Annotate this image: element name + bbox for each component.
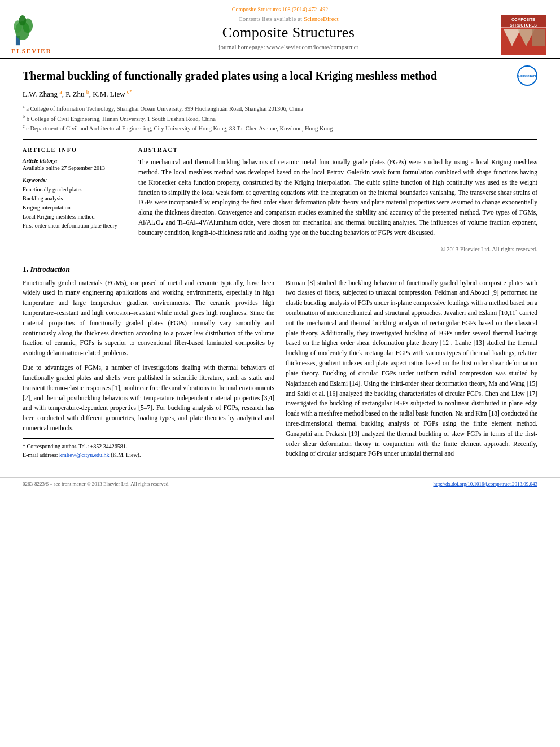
article-title-block: CrossMark Thermal buckling of functional…	[23, 68, 537, 83]
journal-homepage: journal homepage: www.elsevier.com/locat…	[90, 43, 487, 50]
article-info-heading: ARTICLE INFO	[23, 147, 127, 153]
footnote-area: * Corresponding author. Tel.: +852 34426…	[23, 438, 274, 459]
composite-logo-svg: COMPOSITE STRUCTURES	[501, 15, 546, 55]
section-title-text: Introduction	[30, 265, 71, 273]
elsevier-tree-icon	[11, 15, 56, 46]
article-info-column: ARTICLE INFO Article history: Available …	[23, 147, 127, 252]
journal-center: Contents lists available at ScienceDirec…	[79, 15, 498, 50]
sciencedirect-link[interactable]: ScienceDirect	[304, 15, 339, 22]
authors-line: L.W. Zhang a, P. Zhu b, K.M. Liew c*	[23, 89, 537, 99]
sciencedirect-line: Contents lists available at ScienceDirec…	[90, 15, 487, 22]
doi-link[interactable]: http://dx.doi.org/10.1016/j.compstruct.2…	[433, 481, 537, 487]
crossmark-icon: CrossMark	[517, 65, 537, 86]
section-number: 1.	[23, 265, 28, 273]
svg-marker-11	[532, 29, 545, 46]
affiliations: a a College of Information Technology, S…	[23, 103, 537, 133]
available-online: Available online 27 September 2013	[23, 165, 127, 171]
intro-para-2: Due to advantages of FGMs, a number of i…	[23, 363, 274, 434]
email-link[interactable]: kmliew@cityu.edu.hk	[59, 452, 110, 458]
elsevier-wordmark: ELSEVIER	[11, 47, 52, 54]
body-col-left: Functionally graded materials (FGMs), co…	[23, 278, 274, 464]
info-abstract-section: ARTICLE INFO Article history: Available …	[23, 139, 537, 252]
journal-header: Composite Structures 108 (2014) 472–492 …	[0, 0, 560, 59]
keyword-4: Local Kriging meshless method	[23, 212, 127, 221]
journal-ref: Composite Structures 108 (2014) 472–492	[11, 5, 549, 15]
intro-para-1: Functionally graded materials (FGMs), co…	[23, 278, 274, 359]
svg-text:COMPOSITE: COMPOSITE	[511, 18, 535, 21]
journal-top-bar: ELSEVIER Contents lists available at Sci…	[11, 15, 549, 58]
crossmark-badge[interactable]: CrossMark	[517, 65, 537, 86]
footnote-corresponding: * Corresponding author. Tel.: +852 34426…	[23, 442, 274, 451]
footer-issn: 0263-8223/$ – see front matter © 2013 El…	[23, 481, 170, 487]
journal-name: Composite Structures	[90, 24, 487, 41]
article-container: CrossMark Thermal buckling of functional…	[0, 59, 560, 258]
body-two-col: Functionally graded materials (FGMs), co…	[23, 278, 537, 464]
keyword-5: First-order shear deformation plate theo…	[23, 221, 127, 230]
footnote-email: E-mail address: kmliew@cityu.edu.hk (K.M…	[23, 451, 274, 459]
svg-point-4	[19, 15, 26, 25]
body-col-right: Birman [8] studied the buckling behavior…	[286, 278, 537, 464]
copyright-line: © 2013 Elsevier Ltd. All rights reserved…	[138, 243, 537, 252]
intro-para-right: Birman [8] studied the buckling behavior…	[286, 278, 537, 460]
footer-bar: 0263-8223/$ – see front matter © 2013 El…	[0, 477, 560, 490]
history-label: Article history:	[23, 158, 127, 164]
abstract-column: ABSTRACT The mechanical and thermal buck…	[138, 147, 537, 252]
keyword-2: Buckling analysis	[23, 194, 127, 203]
body-container: 1. Introduction Functionally graded mate…	[0, 265, 560, 475]
svg-text:STRUCTURES: STRUCTURES	[510, 23, 537, 27]
abstract-heading: ABSTRACT	[138, 147, 537, 153]
keyword-3: Kriging interpolation	[23, 203, 127, 212]
author-liew: K.M. Liew c*	[93, 90, 132, 98]
article-title: Thermal buckling of functionally graded …	[23, 68, 537, 83]
author-zhang: L.W. Zhang a	[23, 90, 62, 98]
author-zhu: P. Zhu b	[65, 90, 89, 98]
affiliation-b: b b College of Civil Engineering, Hunan …	[23, 113, 537, 123]
page: Composite Structures 108 (2014) 472–492 …	[0, 0, 560, 747]
abstract-text: The mechanical and thermal buckling beha…	[138, 158, 537, 238]
elsevier-logo: ELSEVIER	[11, 15, 79, 54]
section-1-title: 1. Introduction	[23, 265, 537, 274]
keyword-1: Functionally graded plates	[23, 185, 127, 194]
keywords-label: Keywords:	[23, 177, 127, 183]
composite-logo: COMPOSITE STRUCTURES	[501, 15, 546, 55]
journal-logo-right: COMPOSITE STRUCTURES	[498, 15, 549, 55]
footer-doi[interactable]: http://dx.doi.org/10.1016/j.compstruct.2…	[433, 481, 537, 487]
affiliation-c: c c Department of Civil and Architectura…	[23, 123, 537, 133]
affiliation-a: a a College of Information Technology, S…	[23, 103, 537, 113]
